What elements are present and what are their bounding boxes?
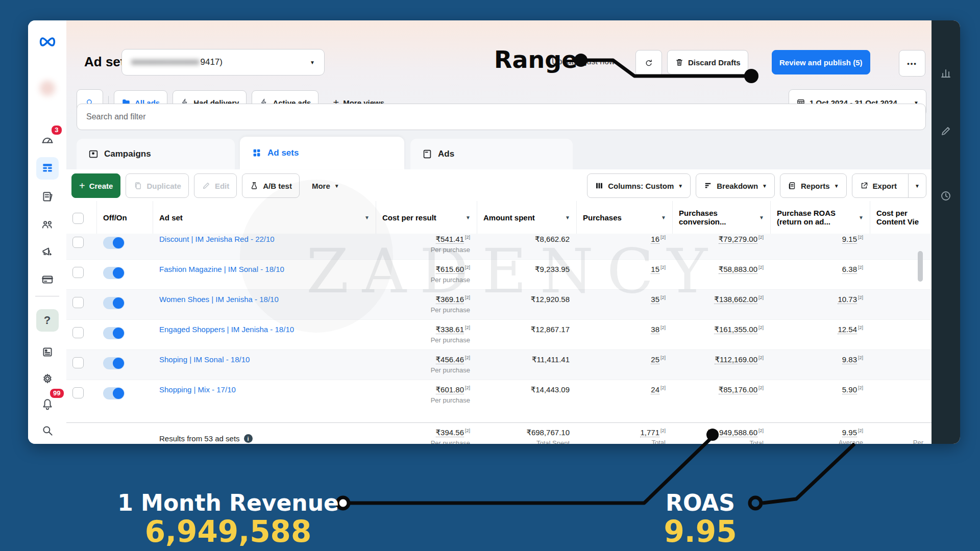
columns-label: Columns: Custom [608,182,674,190]
campaigns-nav-icon[interactable] [36,157,59,180]
columns-button[interactable]: Columns: Custom ▼ [587,173,691,198]
sidebar-divider [35,296,59,296]
ab-test-button[interactable]: A/B test [242,173,300,198]
toolbar: + Create Duplicate Edit A/B test [71,173,926,198]
vertical-scrollbar[interactable] [918,251,923,282]
reports-button[interactable]: Reports ▼ [780,173,847,198]
notifications-bell-icon[interactable]: 99 [36,393,59,415]
ellipsis-icon: ••• [907,60,917,67]
advertise-megaphone-icon[interactable] [36,241,59,263]
search-and-filter-input[interactable]: Search and filter [77,104,926,130]
reports-label: Reports [801,182,830,190]
export-label: Export [873,182,897,190]
account-overview-icon[interactable]: 3 [36,129,59,151]
chevron-down-icon: ▼ [334,183,339,189]
col-cost-per-content[interactable]: Cost per Content Vie [876,209,925,226]
blurred-profile-avatar [40,81,55,96]
row-checkbox[interactable] [72,387,84,398]
table-row: Engaged Shoppers | IM Jenisha - 18/10 ₹3… [66,320,932,350]
ad-set-link[interactable]: Discount | IM Jenisha Red - 22/10 [159,235,275,243]
export-caret-button[interactable]: ▼ [908,174,926,197]
pencil-icon [202,181,211,190]
tab-campaigns-label: Campaigns [104,149,151,159]
col-off-on[interactable]: Off/On [103,213,127,222]
account-selector-dropdown[interactable]: ■■■■■■■■■■■■■ 9417) ▼ [121,49,325,76]
audiences-icon[interactable] [36,213,59,236]
duplicate-button[interactable]: Duplicate [126,173,189,198]
col-purchases[interactable]: Purchases [583,213,622,222]
row-checkbox[interactable] [72,297,84,308]
export-button[interactable]: Export [852,174,904,197]
discard-drafts-label: Discard Drafts [688,58,741,67]
left-sidebar: 3 ? [28,20,67,444]
summary-row: Results from 53 ad sets i ₹394.56[2]Per … [66,422,932,444]
chevron-down-icon: ▼ [762,183,767,189]
tab-ad-sets-label: Ad sets [267,148,299,158]
breakdown-label: Breakdown [717,182,758,190]
create-button[interactable]: + Create [71,173,120,198]
row-checkbox[interactable] [72,237,84,248]
ads-page-icon [422,148,433,160]
col-ad-set[interactable]: Ad set [159,213,183,222]
export-button-group: Export ▼ [852,173,926,198]
select-all-checkbox[interactable] [72,213,84,224]
help-icon[interactable]: ? [36,309,59,332]
ad-set-link[interactable]: Women Shoes | IM Jenisha - 18/10 [159,295,279,304]
revenue-annotation-label: 1 Month Revenue [117,490,339,516]
row-toggle[interactable] [103,387,125,399]
info-icon[interactable]: i [244,434,253,443]
news-icon[interactable] [36,341,59,363]
row-checkbox[interactable] [72,327,84,338]
breakdown-icon [703,181,713,190]
table-row: Women Shoes | IM Jenisha - 18/10 ₹369.16… [66,290,932,320]
table-row: Shopping | Mix - 17/10 ₹601.80[2]Per pur… [66,380,932,404]
pages-icon[interactable] [36,186,59,208]
account-visible-suffix: 9417) [201,57,223,67]
review-publish-button[interactable]: Review and publish (5) [772,50,870,74]
ad-set-link[interactable]: Shopping | Mix - 17/10 [159,385,236,394]
col-cost-per-result[interactable]: Cost per result [382,213,436,222]
edit-pencil-icon[interactable] [940,125,952,139]
help-glyph: ? [44,314,51,327]
row-toggle[interactable] [103,327,125,339]
row-checkbox[interactable] [72,357,84,368]
tab-ads[interactable]: Ads [410,139,573,169]
ad-set-link[interactable]: Fashion Magazine | IM Sonal - 18/10 [159,265,284,273]
edit-label: Edit [215,182,229,190]
col-purchases-conversion[interactable]: Purchases conversion... [679,209,745,226]
sort-caret-icon[interactable]: ▼ [859,215,864,220]
row-toggle[interactable] [103,267,125,279]
sort-caret-icon[interactable]: ▼ [465,215,471,220]
billing-card-icon[interactable] [36,268,59,291]
sort-caret-icon[interactable]: ▼ [759,215,764,220]
row-checkbox[interactable] [72,267,84,278]
settings-gear-icon[interactable] [36,367,59,390]
create-label: Create [89,182,113,190]
col-purchase-roas[interactable]: Purchase ROAS (return on ad... [777,209,846,226]
overview-badge: 3 [51,124,62,136]
row-toggle[interactable] [103,297,125,309]
tab-ad-sets[interactable]: Ad sets [240,137,404,169]
row-toggle[interactable] [103,237,125,249]
col-amount-spent[interactable]: Amount spent [483,213,535,222]
ad-set-link[interactable]: Engaged Shoppers | IM Jenisha - 18/10 [159,325,294,334]
account-masked-text: ■■■■■■■■■■■■■ [131,57,200,67]
discard-drafts-button[interactable]: Discard Drafts [667,50,748,74]
table-panel: + Create Duplicate Edit A/B test [66,169,932,442]
duplicate-icon [133,181,142,190]
history-clock-icon[interactable] [940,190,952,204]
meta-logo-icon[interactable] [37,32,58,54]
ad-set-link[interactable]: Shoping | IM Sonal - 18/10 [159,355,250,364]
more-menu-button[interactable]: More ▼ [305,173,347,198]
charts-icon[interactable] [940,67,952,82]
refresh-button[interactable] [635,50,662,77]
sidebar-search-icon[interactable] [36,419,59,442]
edit-button[interactable]: Edit [194,173,237,198]
tab-campaigns[interactable]: Campaigns [77,139,235,169]
more-options-button[interactable]: ••• [899,50,925,77]
row-toggle[interactable] [103,357,125,369]
sort-caret-icon[interactable]: ▼ [565,215,570,220]
sort-caret-icon[interactable]: ▼ [661,215,666,220]
sort-caret-icon[interactable]: ▼ [364,215,370,220]
breakdown-button[interactable]: Breakdown ▼ [696,173,775,198]
